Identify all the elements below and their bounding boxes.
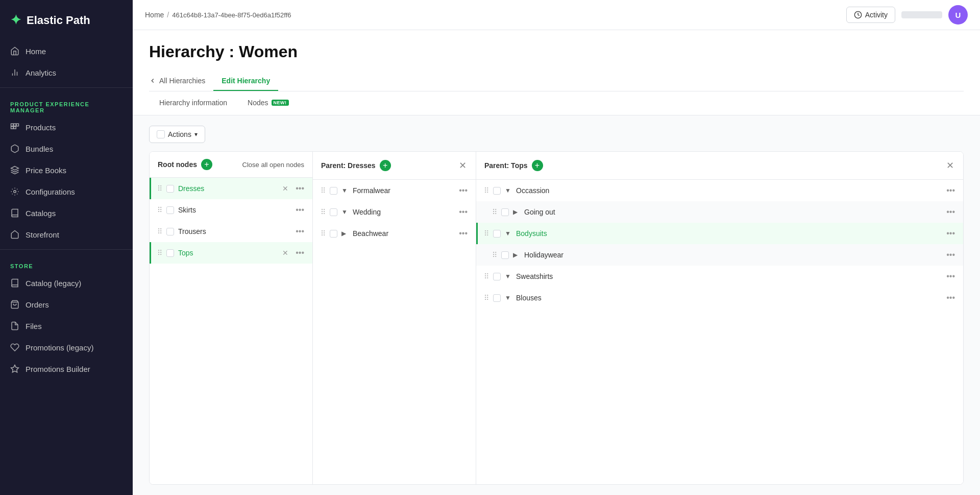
node-more-wedding[interactable]: ••• [457,206,470,218]
svg-rect-4 [14,124,16,126]
node-checkbox-dresses[interactable] [166,185,174,193]
column-dresses-add-button[interactable]: + [380,160,391,171]
sidebar-item-catalogs[interactable]: Catalogs [0,202,133,224]
sidebar-item-products[interactable]: Products [0,116,133,138]
node-more-bodysuits[interactable]: ••• [944,228,957,239]
node-checkbox-skirts[interactable] [166,206,174,214]
node-row-wedding[interactable]: ⠿ ▼ Wedding ••• [313,201,476,223]
sidebar-item-files[interactable]: Files [0,315,133,337]
node-row-tops[interactable]: ⠿ Tops ✕ ••• [150,242,312,264]
drag-handle-formalwear: ⠿ [321,186,326,195]
node-checkbox-bodysuits[interactable] [493,230,501,238]
node-close-dresses[interactable]: ✕ [281,183,289,194]
drag-handle-sweatshirts: ⠿ [484,272,489,280]
svg-rect-6 [11,127,14,129]
sidebar-item-bundles-label: Bundles [26,145,53,153]
node-checkbox-sweatshirts[interactable] [493,273,501,280]
node-more-going-out[interactable]: ••• [944,206,957,218]
node-row-beachwear[interactable]: ⠿ ▶ Beachwear ••• [313,223,476,244]
node-close-tops[interactable]: ✕ [281,248,289,258]
breadcrumb-home[interactable]: Home [145,11,164,19]
node-checkbox-holidaywear[interactable] [501,251,509,259]
column-root-add-button[interactable]: + [201,159,212,170]
sidebar-item-home[interactable]: Home [0,40,133,62]
node-name-occassion: Occassion [516,186,940,195]
node-row-holidaywear[interactable]: ⠿ ▶ Holidaywear ••• [476,244,963,266]
sidebar-item-bundles[interactable]: Bundles [0,138,133,159]
node-row-bodysuits[interactable]: ⠿ ▼ Bodysuits ••• [476,223,963,244]
node-row-blouses[interactable]: ⠿ ▼ Blouses ••• [476,287,963,309]
node-more-trousers[interactable]: ••• [293,226,306,237]
node-name-trousers: Trousers [178,227,289,235]
node-checkbox-beachwear[interactable] [330,230,337,238]
column-dresses-header: Parent: Dresses + ✕ [313,152,476,180]
avatar[interactable]: U [948,5,968,25]
sidebar-item-promotions-legacy[interactable]: Promotions (legacy) [0,337,133,358]
node-checkbox-going-out[interactable] [501,208,509,216]
node-checkbox-occassion[interactable] [493,187,501,195]
store-section-label: STORE [0,254,133,272]
node-more-skirts[interactable]: ••• [293,204,306,216]
actions-checkbox[interactable] [157,130,165,138]
column-dresses-title: Parent: Dresses [321,161,376,170]
column-tops-title: Parent: Tops [484,161,528,170]
sidebar-item-configurations[interactable]: Configurations [0,181,133,202]
node-checkbox-tops[interactable] [166,249,174,257]
expand-icon-beachwear: ▶ [341,230,349,237]
activity-label: Activity [865,11,888,19]
node-more-sweatshirts[interactable]: ••• [944,271,957,282]
node-row-sweatshirts[interactable]: ⠿ ▼ Sweatshirts ••• [476,266,963,287]
sidebar-item-files-label: Files [26,322,42,331]
app-name: Elastic Path [27,14,90,27]
node-more-blouses[interactable]: ••• [944,292,957,303]
node-more-formalwear[interactable]: ••• [457,185,470,196]
sidebar-item-orders[interactable]: Orders [0,294,133,315]
app-logo[interactable]: ✦ Elastic Path [0,0,133,40]
sidebar-item-configurations-label: Configurations [26,187,75,196]
sidebar-item-analytics-label: Analytics [26,68,56,77]
node-checkbox-formalwear[interactable] [330,187,337,195]
drag-handle-wedding: ⠿ [321,208,326,216]
close-all-nodes-button[interactable]: Close all open nodes [242,161,304,169]
node-name-sweatshirts: Sweatshirts [516,272,940,280]
configurations-icon [10,187,19,196]
node-more-occassion[interactable]: ••• [944,185,957,196]
tab-edit-hierarchy[interactable]: Edit Hierarchy [213,72,278,91]
node-row-trousers[interactable]: ⠿ Trousers ••• [150,221,312,242]
activity-button[interactable]: Activity [846,7,895,23]
node-row-dresses[interactable]: ⠿ Dresses ✕ ••• [150,178,312,199]
column-tops-close-button[interactable]: ✕ [945,159,955,172]
storefront-icon [10,230,19,239]
column-tops-add-button[interactable]: + [532,160,543,171]
sidebar-item-catalog-legacy[interactable]: Catalog (legacy) [0,272,133,294]
expand-icon-sweatshirts: ▼ [505,273,512,280]
sub-nav-nodes[interactable]: Nodes NEW! [237,91,299,115]
actions-button[interactable]: Actions ▾ [149,126,205,143]
tab-all-hierarchies[interactable]: All Hierarchies [149,72,213,91]
actions-label: Actions [168,130,191,138]
node-row-formalwear[interactable]: ⠿ ▼ Formalwear ••• [313,180,476,201]
node-more-tops[interactable]: ••• [293,247,306,258]
node-row-going-out[interactable]: ⠿ ▶ Going out ••• [476,201,963,223]
node-checkbox-trousers[interactable] [166,228,174,235]
sidebar-item-pricebooks[interactable]: Price Books [0,159,133,181]
node-more-dresses[interactable]: ••• [293,183,306,194]
sidebar-item-analytics[interactable]: Analytics [0,62,133,83]
sidebar-item-storefront[interactable]: Storefront [0,224,133,245]
column-root-header-left: Root nodes + [158,159,212,170]
node-name-dresses: Dresses [178,184,277,193]
sidebar-item-promotions-builder[interactable]: Promotions Builder [0,358,133,380]
node-more-beachwear[interactable]: ••• [457,228,470,239]
sub-nav-hierarchy-info[interactable]: Hierarchy information [149,91,237,115]
sidebar-item-orders-label: Orders [26,300,49,309]
products-icon [10,123,19,132]
drag-handle-skirts: ⠿ [157,206,162,214]
node-checkbox-blouses[interactable] [493,294,501,302]
drag-handle-beachwear: ⠿ [321,229,326,238]
column-dresses-close-button[interactable]: ✕ [458,159,468,172]
node-row-skirts[interactable]: ⠿ Skirts ••• [150,199,312,221]
node-row-occassion[interactable]: ⠿ ▼ Occassion ••• [476,180,963,201]
node-checkbox-wedding[interactable] [330,208,337,216]
sidebar-item-catalog-legacy-label: Catalog (legacy) [26,279,81,288]
node-more-holidaywear[interactable]: ••• [944,249,957,261]
